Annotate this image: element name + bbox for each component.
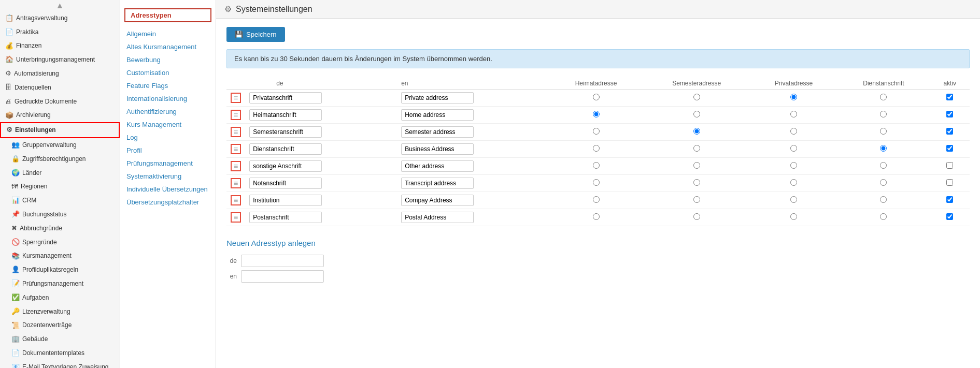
radio-semesteradresse[interactable]: [693, 94, 700, 100]
radio-dienstanschrift[interactable]: [880, 111, 887, 117]
sidebar-item-lizenzverwaltung[interactable]: 🔑 Lizenzverwaltung: [0, 305, 120, 319]
radio-dienstanschrift[interactable]: [880, 213, 887, 220]
address-en-input[interactable]: [401, 143, 474, 155]
radio-privatadresse[interactable]: [790, 162, 797, 169]
radio-dienstanschrift[interactable]: [880, 196, 887, 203]
radio-heimatadresse[interactable]: [593, 162, 600, 169]
radio-dienstanschrift[interactable]: [880, 162, 887, 169]
drag-handle[interactable]: ≡: [231, 212, 241, 223]
checkbox-aktiv[interactable]: [946, 94, 953, 100]
sidebar-item-unterbringungsmanagement[interactable]: 🏠 Unterbringungsmanagement: [0, 53, 120, 67]
radio-dienstanschrift[interactable]: [880, 179, 887, 186]
sidebar-item-crm[interactable]: 📊 CRM: [0, 194, 120, 208]
checkbox-aktiv[interactable]: [946, 145, 953, 152]
subnav-customisation[interactable]: Customisation: [120, 66, 216, 79]
radio-semesteradresse[interactable]: [693, 196, 700, 203]
subnav-kurs-management[interactable]: Kurs Management: [120, 118, 216, 131]
subnav-altes-kursmanagement[interactable]: Altes Kursmanagement: [120, 40, 216, 53]
sidebar-item-datenquellen[interactable]: 🗄 Datenquellen: [0, 81, 120, 95]
subnav-log[interactable]: Log: [120, 131, 216, 144]
checkbox-aktiv[interactable]: [946, 196, 953, 203]
radio-privatadresse[interactable]: [790, 213, 797, 220]
radio-privatadresse[interactable]: [790, 145, 797, 152]
sidebar-item-profilduplikatsregeln[interactable]: 👤 Profilduplikatsregeln: [0, 263, 120, 277]
subnav-feature-flags[interactable]: Feature Flags: [120, 79, 216, 92]
sidebar-item-gebaeude[interactable]: 🏢 Gebäude: [0, 332, 120, 346]
subnav-individuelle-uebersetzungen[interactable]: Individuelle Übersetzungen: [120, 183, 216, 196]
address-de-input[interactable]: [249, 160, 322, 172]
sidebar-item-dozentenvertraege[interactable]: 📜 Dozentenverträge: [0, 319, 120, 333]
radio-semesteradresse[interactable]: [693, 179, 700, 186]
sidebar-item-buchungsstatus[interactable]: 📌 Buchungsstatus: [0, 208, 120, 222]
subnav-profil[interactable]: Profil: [120, 144, 216, 157]
address-de-input[interactable]: [249, 195, 322, 206]
drag-handle[interactable]: ≡: [231, 161, 241, 171]
sidebar-item-antragsverwaltung[interactable]: 📋 Antragsverwaltung: [0, 11, 120, 25]
sidebar-item-gruppenverwaltung[interactable]: 👥 Gruppenverwaltung: [0, 138, 120, 152]
radio-semesteradresse[interactable]: [693, 213, 700, 220]
radio-privatadresse[interactable]: [790, 94, 797, 100]
address-de-input[interactable]: [249, 109, 322, 121]
subnav-bewerbung[interactable]: Bewerbung: [120, 53, 216, 66]
sidebar-item-praktika[interactable]: 📄 Praktika: [0, 25, 120, 39]
radio-semesteradresse[interactable]: [693, 128, 700, 135]
address-en-input[interactable]: [401, 92, 474, 104]
radio-heimatadresse[interactable]: [593, 111, 600, 117]
address-de-input[interactable]: [249, 143, 322, 155]
radio-semesteradresse[interactable]: [693, 162, 700, 169]
subnav-internationalisierung[interactable]: Internationalisierung: [120, 92, 216, 105]
radio-heimatadresse[interactable]: [593, 94, 600, 100]
drag-handle[interactable]: ≡: [231, 195, 241, 205]
radio-heimatadresse[interactable]: [593, 179, 600, 186]
radio-semesteradresse[interactable]: [693, 111, 700, 117]
sidebar-item-automatisierung[interactable]: ⚙ Automatisierung: [0, 67, 120, 81]
sidebar-item-einstellungen[interactable]: ⚙ Einstellungen: [0, 122, 120, 138]
radio-privatadresse[interactable]: [790, 196, 797, 203]
sidebar-item-laender[interactable]: 🌍 Länder: [0, 166, 120, 180]
sidebar-item-gedruckte-dokumente[interactable]: 🖨 Gedruckte Dokumente: [0, 95, 120, 109]
radio-heimatadresse[interactable]: [593, 213, 600, 220]
radio-dienstanschrift[interactable]: [880, 145, 887, 152]
sidebar-item-dokumententemplates[interactable]: 📄 Dokumententemplates: [0, 346, 120, 360]
drag-handle[interactable]: ≡: [231, 144, 241, 154]
address-de-input[interactable]: [249, 212, 322, 223]
drag-handle[interactable]: ≡: [231, 93, 241, 103]
sidebar-item-sperrgruende[interactable]: 🚫 Sperrgründe: [0, 235, 120, 249]
checkbox-aktiv[interactable]: [946, 213, 953, 220]
subnav-allgemein[interactable]: Allgemein: [120, 27, 216, 40]
new-address-en-input[interactable]: [241, 270, 324, 283]
checkbox-aktiv[interactable]: [946, 179, 953, 186]
address-de-input[interactable]: [249, 92, 322, 104]
sidebar-item-zugriffsberechtigungen[interactable]: 🔒 Zugriffsberechtigungen: [0, 152, 120, 166]
sidebar-item-abbruchgruende[interactable]: ✖ Abbruchgründe: [0, 222, 120, 235]
sidebar-item-email-textvorlagen[interactable]: 📧 E-Mail Textvorlagen Zuweisung: [0, 360, 120, 368]
subnav-authentifizierung[interactable]: Authentifizierung: [120, 105, 216, 118]
sidebar-item-regionen[interactable]: 🗺 Regionen: [0, 180, 120, 194]
checkbox-aktiv[interactable]: [946, 111, 953, 117]
address-de-input[interactable]: [249, 178, 322, 189]
checkbox-aktiv[interactable]: [946, 128, 953, 135]
radio-heimatadresse[interactable]: [593, 196, 600, 203]
sidebar-item-archivierung[interactable]: 📦 Archivierung: [0, 109, 120, 123]
sidebar-item-pruefungsmanagement[interactable]: 📝 Prüfungsmanagement: [0, 277, 120, 291]
address-en-input[interactable]: [401, 126, 474, 138]
sidebar-item-kursmanagement[interactable]: 📚 Kursmanagement: [0, 249, 120, 263]
sidebar-item-finanzen[interactable]: 💰 Finanzen: [0, 39, 120, 53]
address-en-input[interactable]: [401, 178, 474, 189]
drag-handle[interactable]: ≡: [231, 178, 241, 188]
address-de-input[interactable]: [249, 126, 322, 138]
address-en-input[interactable]: [401, 212, 474, 223]
save-button[interactable]: 💾 Speichern: [226, 27, 285, 42]
radio-privatadresse[interactable]: [790, 128, 797, 135]
address-en-input[interactable]: [401, 195, 474, 206]
radio-heimatadresse[interactable]: [593, 128, 600, 135]
new-address-de-input[interactable]: [241, 255, 324, 267]
drag-handle[interactable]: ≡: [231, 110, 241, 120]
subnav-uebersetzungsplatzhalter[interactable]: Übersetzungsplatzhalter: [120, 196, 216, 209]
radio-dienstanschrift[interactable]: [880, 94, 887, 100]
radio-privatadresse[interactable]: [790, 179, 797, 186]
checkbox-aktiv[interactable]: [946, 162, 953, 169]
sidebar-item-aufgaben[interactable]: ✅ Aufgaben: [0, 291, 120, 305]
subnav-systemaktivierung[interactable]: Systemaktivierung: [120, 170, 216, 183]
subnav-pruefungsmanagement[interactable]: Prüfungsmanagement: [120, 157, 216, 170]
